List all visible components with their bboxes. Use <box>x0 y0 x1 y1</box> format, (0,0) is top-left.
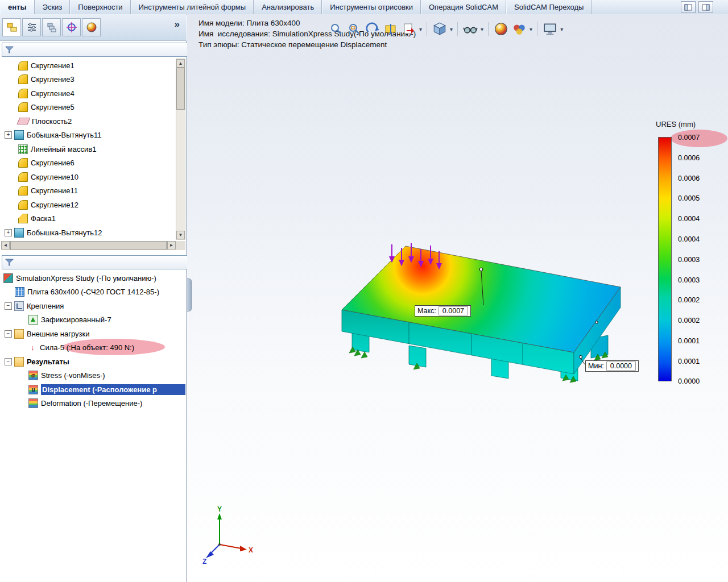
display-manager-tab-icon[interactable] <box>82 18 101 36</box>
tree-item[interactable]: Зафиксированный-7 <box>1 313 185 327</box>
tab-solidcam-operation[interactable]: Операция SolidCAM <box>421 0 506 14</box>
tree-item[interactable]: +Бобышка-Вытянуть12 <box>1 226 185 240</box>
tree-item[interactable]: Фаска1 <box>1 212 185 226</box>
panel-splitter-handle[interactable] <box>187 278 192 311</box>
rotate-view-icon[interactable] <box>365 21 380 37</box>
coordinate-triad: Y X Z <box>201 506 255 567</box>
appearances-sphere-icon[interactable] <box>493 21 509 37</box>
zoom-area-icon[interactable] <box>346 21 362 37</box>
tree-item[interactable]: Скругление10 <box>1 170 185 184</box>
expander-minus[interactable]: − <box>5 358 12 365</box>
fillet-icon <box>18 186 28 196</box>
graphics-viewport[interactable]: Имя модели: Плита 630x400 Имя исследован… <box>187 14 728 582</box>
configuration-manager-tab-icon[interactable] <box>42 18 61 36</box>
selected-tree-label: Displacement (-Расположение р <box>41 384 185 395</box>
max-callout[interactable]: Макс: 0.0007 <box>415 305 471 317</box>
window-layout-icon[interactable] <box>681 1 696 13</box>
fillet-icon <box>18 74 28 84</box>
property-manager-tab-icon[interactable] <box>22 18 41 36</box>
tree-item[interactable]: −Результаты <box>1 355 185 369</box>
tree-item[interactable]: Скругление4 <box>1 86 185 101</box>
expander-minus[interactable]: − <box>5 302 12 310</box>
tree-item[interactable]: σStress (-vonMises-) <box>1 369 185 383</box>
legend-tick: 0.0000 <box>678 377 719 385</box>
scroll-up-button[interactable]: ▲ <box>176 59 185 68</box>
dimxpert-tab-icon[interactable] <box>62 18 81 36</box>
view-orientation-cube-icon[interactable] <box>432 21 448 37</box>
fillet-icon <box>18 172 28 182</box>
fillet-icon <box>18 61 28 70</box>
min-callout[interactable]: Мин: 0.0000 <box>585 360 639 372</box>
tree-item[interactable]: Линейный массив1 <box>1 142 185 156</box>
expander-plus[interactable]: + <box>5 131 12 139</box>
dropdown-caret-icon[interactable]: ▾ <box>450 26 453 32</box>
scrollbar-thumb[interactable] <box>10 241 167 250</box>
legend-tick: 0.0001 <box>678 357 719 365</box>
tree-item[interactable]: Скругление6 <box>1 156 185 171</box>
zoom-fit-icon[interactable] <box>328 21 344 37</box>
tab-solidcam-transitions[interactable]: SolidCAM Переходы <box>506 0 592 14</box>
draft-quality-monitor-icon[interactable] <box>542 21 558 37</box>
dropdown-caret-icon[interactable]: ▾ <box>481 26 483 32</box>
scroll-left-button[interactable]: ◄ <box>1 241 10 250</box>
filter-funnel-icon <box>5 258 14 267</box>
tree-item[interactable]: −Внешние нагрузки <box>1 327 185 341</box>
tree-item[interactable]: Скругление11 <box>1 184 185 198</box>
dropdown-caret-icon[interactable]: ▾ <box>560 26 563 32</box>
feature-tree-filter-bar[interactable] <box>2 43 189 57</box>
tree-item[interactable]: Скругление1 <box>1 59 185 73</box>
legend-tick: 0.0004 <box>678 215 719 223</box>
update-image-icon[interactable] <box>401 21 417 37</box>
tab-features[interactable]: енты <box>0 0 35 14</box>
triad-y-label: Y <box>217 506 222 513</box>
tree-item[interactable]: Скругление3 <box>1 73 185 87</box>
horizontal-scrollbar[interactable]: ◄ ► <box>1 241 176 250</box>
tree-item[interactable]: Скругление5 <box>1 101 185 115</box>
tree-item[interactable]: Скругление12 <box>1 198 185 212</box>
tab-surfaces[interactable]: Поверхности <box>70 0 130 14</box>
deformation-plot-icon <box>28 398 38 408</box>
heads-up-toolbar: ▾ ▾ ▾ ▾ ▾ <box>328 21 563 37</box>
chamfer-icon <box>18 214 28 223</box>
tab-sketch[interactable]: Эскиз <box>35 0 71 14</box>
scroll-right-button[interactable]: ► <box>167 241 176 250</box>
display-style-glasses-icon[interactable] <box>462 21 478 37</box>
plane-icon <box>17 118 31 124</box>
tree-item[interactable]: +Бобышка-Вытянуть11 <box>1 128 185 143</box>
legend-tick: 0.0003 <box>678 276 719 284</box>
solidworks-window: енты Эскиз Поверхности Инструменты литей… <box>0 0 728 582</box>
expander-minus[interactable]: − <box>5 330 12 338</box>
legend-title: URES (mm) <box>656 120 696 128</box>
tree-item-force[interactable]: ↓Сила-5 (:На объект: 490 N:) <box>1 341 185 355</box>
fixtures-folder-icon <box>14 301 24 311</box>
force-icon: ↓ <box>28 343 37 352</box>
scene-icon[interactable] <box>511 21 527 37</box>
sim-tree-filter-bar[interactable] <box>2 255 189 269</box>
tab-render-tools[interactable]: Инструменты отрисовки <box>322 0 421 14</box>
scroll-down-button[interactable]: ▼ <box>176 231 185 239</box>
dropdown-caret-icon[interactable]: ▾ <box>419 26 422 32</box>
panel-expand-chevron[interactable]: » <box>175 19 180 30</box>
tree-item[interactable]: Deformation (-Перемещение-) <box>1 397 185 411</box>
feature-manager-tab-icon[interactable] <box>2 18 21 36</box>
window-split-icon[interactable] <box>698 1 713 13</box>
tab-mold-tools[interactable]: Инструменты литейной формы <box>131 0 254 14</box>
plot-type-line: Тип эпюры: Статическое перемещение Displ… <box>198 39 416 50</box>
tree-item[interactable]: −Крепления <box>1 299 185 313</box>
tree-item[interactable]: Плоскость2 <box>1 114 185 128</box>
fillet-icon <box>18 158 28 168</box>
max-callout-value: 0.0007 <box>439 306 468 315</box>
scrollbar-thumb[interactable] <box>176 68 185 110</box>
tree-item[interactable]: SimulationXpress Study (-По умолчанию-) <box>1 271 185 285</box>
tree-item-displacement[interactable]: uDisplacement (-Расположение р <box>1 383 185 397</box>
tab-evaluate[interactable]: Анализировать <box>254 0 322 14</box>
tree-item[interactable]: Плита 630x400 (-СЧ20 ГОСТ 1412-85-) <box>1 285 185 300</box>
vertical-scrollbar[interactable]: ▲ ▼ <box>176 59 185 240</box>
dropdown-caret-icon[interactable]: ▾ <box>530 26 532 32</box>
legend-tick: 0.0006 <box>678 174 719 182</box>
section-view-icon[interactable] <box>383 21 399 37</box>
legend-color-bar <box>658 137 672 381</box>
legend-tick: 0.0006 <box>678 154 719 162</box>
feature-manager-panel: » Скругление1 Скругление3 Скругление4 Ск… <box>0 14 187 582</box>
expander-plus[interactable]: + <box>5 229 12 236</box>
